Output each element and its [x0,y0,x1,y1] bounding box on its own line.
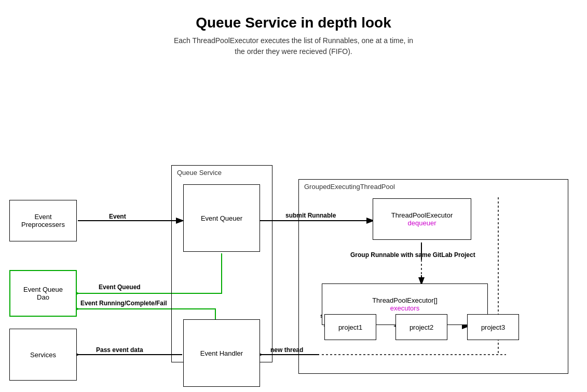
project3-box: project3 [467,314,519,340]
services-box: Services [9,329,77,381]
label-pass-event: Pass event data [96,346,143,354]
label-event: Event [109,213,126,220]
event-queuer-box: Event Queuer [183,184,260,252]
label-event-queued: Event Queued [99,283,141,291]
thread-pool-executor-top-box: ThreadPoolExecutor dequeuer [373,198,471,240]
project1-box: project1 [324,314,376,340]
label-event-running: Event Running/Complete/Fail [80,300,167,307]
grouped-label: GroupedExecutingThreadPool [304,183,395,191]
page-subtitle: Each ThreadPoolExecutor executes the lis… [0,35,587,57]
queue-service-label: Queue Service [177,169,222,177]
page-title: Queue Service in depth look [0,0,587,31]
project2-box: project2 [395,314,447,340]
diagram-area: Event submit Runnable Event Queued Event… [0,73,587,374]
event-queue-dao-box: Event QueueDao [9,270,77,317]
event-preprocessers-box: EventPreprocessers [9,200,77,241]
event-handler-box: Event Handler [183,319,260,387]
